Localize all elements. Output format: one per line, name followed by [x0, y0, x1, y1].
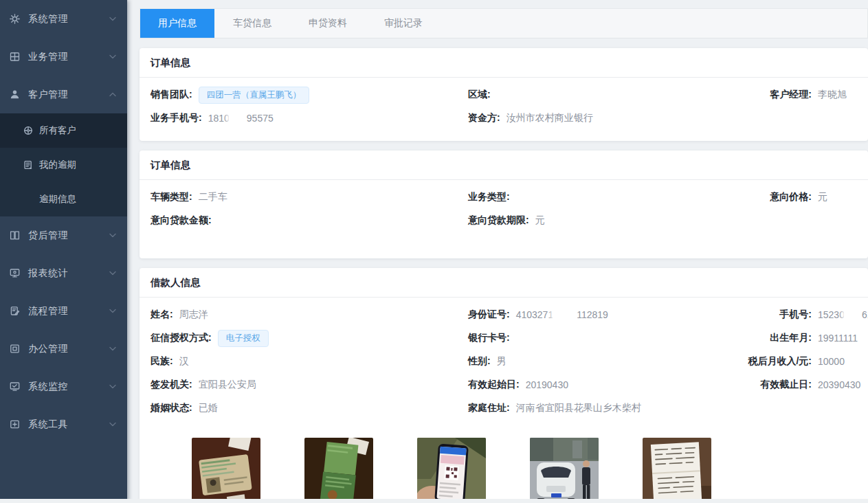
field-business-type: 业务类型:	[468, 191, 742, 203]
redaction-blur	[553, 309, 577, 320]
card-title: 订单信息	[140, 150, 868, 180]
sidebar-item-report-statistics[interactable]: 报表统计	[0, 254, 127, 292]
tab-approval-records[interactable]: 审批记录	[366, 9, 441, 38]
field-gender: 性别: 男	[468, 355, 742, 368]
field-label: 车辆类型:	[151, 191, 192, 203]
sidebar-item-label: 贷后管理	[28, 230, 109, 242]
sidebar-item-office-management[interactable]: 办公管理	[0, 330, 127, 368]
field-region: 区域:	[468, 89, 742, 101]
field-label: 婚姻状态:	[151, 402, 192, 414]
detail-tabs: 用户信息 车贷信息 申贷资料 审批记录	[140, 8, 868, 38]
tab-label: 审批记录	[384, 17, 423, 30]
field-intent-price: 意向价格: 元	[742, 191, 857, 203]
sidebar-item-process-management[interactable]: 流程管理	[0, 292, 127, 330]
field-label: 业务手机号:	[151, 112, 202, 124]
field-value: 152306137	[818, 309, 868, 320]
monitor-check-icon	[9, 381, 21, 392]
document-photo-image	[643, 438, 711, 503]
grid-icon	[9, 51, 21, 63]
field-value: 李晓旭	[818, 89, 847, 101]
field-label: 签发机关:	[151, 379, 192, 391]
photo-driver-license[interactable]: 驾驶证照片	[301, 438, 377, 503]
field-valid-to: 有效截止日: 20390430	[742, 379, 857, 391]
field-value: 20190430	[526, 379, 568, 390]
field-label: 税后月收入/元:	[742, 355, 812, 368]
field-label: 姓名:	[151, 309, 173, 321]
tab-label: 申贷资料	[309, 17, 347, 30]
field-label: 有效起始日:	[468, 379, 520, 391]
sales-team-tag[interactable]: 四团一营（直属王鹏飞）	[199, 87, 310, 104]
field-value: 周志洋	[179, 309, 208, 321]
tab-label: 用户信息	[158, 17, 197, 30]
sidebar-item-system-tools[interactable]: 系统工具	[0, 405, 127, 443]
chevron-down-icon	[109, 346, 116, 351]
columns-icon	[9, 230, 21, 241]
sidebar-item-label: 流程管理	[28, 305, 109, 317]
chevron-down-icon	[109, 422, 116, 427]
tab-loan-application-docs[interactable]: 申贷资料	[290, 9, 366, 38]
field-label: 业务类型:	[468, 191, 510, 203]
field-ethnicity: 民族: 汉	[151, 355, 468, 368]
field-credit-auth-method: 征信授权方式: 电子授权	[151, 330, 468, 347]
toolbox-icon	[9, 418, 21, 430]
field-label: 意向价格:	[742, 191, 812, 203]
sidebar-item-my-overdue[interactable]: 我的逾期	[0, 148, 127, 182]
sidebar-item-postloan-management[interactable]: 贷后管理	[0, 216, 127, 254]
tab-user-info[interactable]: 用户信息	[140, 9, 214, 38]
photo-other-document[interactable]: 其他材料	[639, 438, 715, 503]
field-sales-team: 销售团队: 四团一营（直属王鹏飞）	[151, 87, 468, 104]
id-card-photo-image	[192, 438, 260, 503]
field-label: 民族:	[151, 355, 173, 368]
field-id-number: 身份证号: 4103271112819	[468, 309, 742, 321]
sidebar-submenu-customer: 所有客户 我的逾期 逾期信息	[0, 113, 127, 216]
horizontal-scrollbar-track[interactable]	[0, 499, 868, 503]
field-value: 宜阳县公安局	[199, 379, 256, 391]
chevron-down-icon	[109, 233, 116, 238]
redaction-blur	[229, 113, 247, 123]
field-value: 男	[497, 355, 507, 368]
photo-person-with-car[interactable]: 人车照	[526, 438, 602, 503]
sidebar-item-system-monitor[interactable]: 系统监控	[0, 368, 127, 405]
field-value: 10000	[818, 356, 845, 367]
sidebar-item-system-management[interactable]: 系统管理	[0, 0, 127, 38]
field-label: 意向贷款金额:	[151, 214, 212, 227]
chevron-down-icon	[109, 54, 116, 59]
chevron-down-icon	[109, 309, 116, 313]
field-label: 出生年月:	[742, 332, 812, 344]
chevron-down-icon	[109, 16, 116, 21]
field-intent-loan-term: 意向贷款期限: 元	[468, 214, 742, 227]
field-label: 手机号:	[742, 309, 812, 321]
sidebar-item-label: 所有客户	[39, 124, 76, 137]
redaction-blur	[844, 309, 863, 320]
clipboard-icon	[9, 305, 21, 317]
field-issuing-authority: 签发机关: 宜阳县公安局	[151, 379, 468, 391]
field-birth-date: 出生年月: 19911111	[742, 332, 857, 344]
field-value: 已婚	[199, 402, 218, 414]
sidebar-item-all-customers[interactable]: 所有客户	[0, 113, 127, 148]
field-value: 19911111	[818, 333, 858, 344]
photo-auth-screenshot[interactable]: 授权截图	[414, 438, 489, 503]
sidebar-item-overdue-info[interactable]: 逾期信息	[0, 182, 127, 216]
credit-auth-tag[interactable]: 电子授权	[218, 330, 269, 347]
field-label: 销售团队:	[151, 89, 192, 101]
field-value: 河南省宜阳县花果山乡木柴村	[516, 402, 641, 414]
field-value: 元	[818, 191, 827, 203]
field-label: 资金方:	[468, 112, 500, 124]
sidebar-item-label: 报表统计	[28, 267, 109, 280]
borrower-photos: 身份证	[151, 420, 857, 503]
field-label: 区域:	[468, 89, 491, 101]
sidebar-item-customer-management[interactable]: 客户管理	[0, 76, 127, 113]
sidebar-item-label: 系统工具	[28, 418, 109, 431]
sidebar-item-business-management[interactable]: 业务管理	[0, 38, 127, 76]
field-funder: 资金方: 汝州市农村商业银行	[468, 112, 742, 124]
tab-car-loan-info[interactable]: 车贷信息	[214, 9, 290, 38]
monitor-icon	[9, 267, 21, 279]
sidebar: 系统管理 业务管理 客户管理 所有客户	[0, 0, 127, 503]
driver-license-photo-image	[304, 438, 373, 503]
field-label: 征信授权方式:	[151, 332, 212, 344]
field-intent-loan-amount: 意向贷款金额:	[151, 214, 468, 227]
chevron-down-icon	[109, 271, 116, 276]
photo-id-card[interactable]: 身份证	[188, 438, 264, 503]
field-label: 银行卡号:	[468, 332, 510, 344]
sidebar-item-label: 系统监控	[28, 381, 109, 393]
